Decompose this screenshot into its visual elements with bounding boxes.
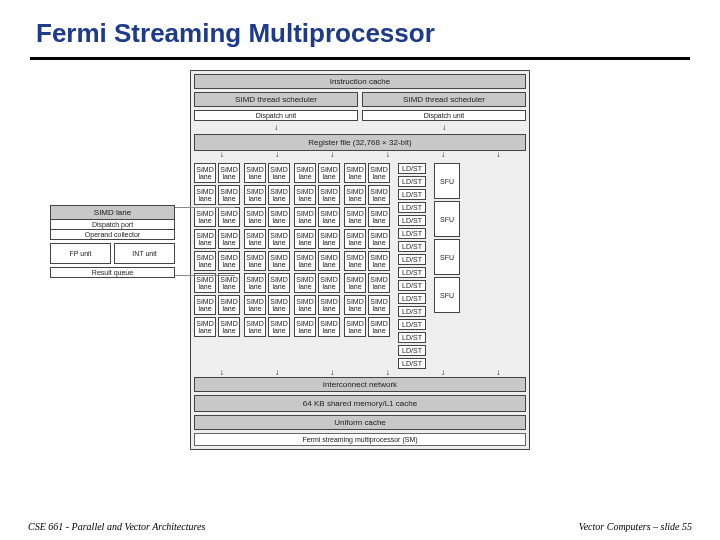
simd-lane: SIMD lane [268,295,290,315]
simd-lane: SIMD lane [194,251,216,271]
footer-right: Vector Computers – slide 55 [579,521,692,532]
ldst-unit: LD/ST [398,358,426,369]
slide-footer: CSE 661 - Parallel and Vector Architectu… [0,521,720,532]
simd-lane: SIMD lane [344,185,366,205]
lane-group: SIMD laneSIMD laneSIMD laneSIMD laneSIMD… [194,163,240,369]
down-arrow-icon: ↓ [220,151,224,159]
simd-lane: SIMD lane [268,185,290,205]
simd-lane: SIMD lane [244,229,266,249]
down-arrow-icon: ↓ [330,369,334,377]
ldst-unit: LD/ST [398,267,426,278]
scheduler-row: SIMD thread scheduler Dispatch unit ↓ SI… [194,92,526,132]
simd-lane: SIMD lane [218,229,240,249]
simd-lane: SIMD lane [368,229,390,249]
leader-line [175,275,235,276]
lane-detail-result: Result queue [50,267,175,278]
lane-group: SIMD laneSIMD laneSIMD laneSIMD laneSIMD… [344,163,390,369]
ldst-unit: LD/ST [398,345,426,356]
interconnect-network: Interconnect network [194,377,526,392]
simd-lane: SIMD lane [218,207,240,227]
simd-lane: SIMD lane [268,251,290,271]
simd-lane: SIMD lane [194,163,216,183]
simd-lane: SIMD lane [368,185,390,205]
lane-detail-fp: FP unit [50,243,111,264]
simd-lane: SIMD lane [268,163,290,183]
simd-lane: SIMD lane [244,273,266,293]
simd-lane: SIMD lane [344,163,366,183]
ldst-unit: LD/ST [398,215,426,226]
down-arrow-icon: ↓ [194,124,358,132]
simd-lane: SIMD lane [218,273,240,293]
lane-group: SIMD laneSIMD laneSIMD laneSIMD laneSIMD… [244,163,290,369]
lane-detail-title: SIMD lane [50,205,175,219]
simd-lane: SIMD lane [344,295,366,315]
sfu-column: SFU SFU SFU SFU [434,163,460,369]
footer-left: CSE 661 - Parallel and Vector Architectu… [28,521,205,532]
down-arrow-icon: ↓ [441,151,445,159]
simd-lane: SIMD lane [244,207,266,227]
simd-lane: SIMD lane [218,295,240,315]
leader-line [175,207,235,208]
simd-lane: SIMD lane [368,251,390,271]
simd-lane: SIMD lane [368,317,390,337]
simd-lane: SIMD lane [318,295,340,315]
diagram-stage: SIMD lane Dispatch port Operand collecto… [0,70,720,450]
simd-lane: SIMD lane [368,295,390,315]
simd-lane: SIMD lane [318,163,340,183]
lane-detail-dispatch: Dispatch port [50,219,175,230]
sfu-unit: SFU [434,201,460,237]
simd-lane: SIMD lane [344,207,366,227]
simd-lane: SIMD lane [244,251,266,271]
lane-detail-opcol: Operand collector [50,230,175,240]
simd-lane: SIMD lane [268,207,290,227]
simd-thread-scheduler: SIMD thread scheduler [362,92,526,107]
shared-memory-l1: 64 KB shared memory/L1 cache [194,395,526,412]
ldst-unit: LD/ST [398,163,426,174]
simd-lane: SIMD lane [318,251,340,271]
down-arrow-icon: ↓ [220,369,224,377]
lane-detail: SIMD lane Dispatch port Operand collecto… [50,205,175,278]
simd-thread-scheduler: SIMD thread scheduler [194,92,358,107]
ldst-unit: LD/ST [398,293,426,304]
simd-lane: SIMD lane [218,317,240,337]
ldst-unit: LD/ST [398,280,426,291]
simd-lane: SIMD lane [294,317,316,337]
simd-lane: SIMD lane [318,317,340,337]
simd-lane: SIMD lane [268,273,290,293]
simd-lane: SIMD lane [318,207,340,227]
simd-lane: SIMD lane [318,229,340,249]
down-arrow-icon: ↓ [275,151,279,159]
down-arrow-icon: ↓ [362,124,526,132]
sfu-unit: SFU [434,239,460,275]
simd-lane: SIMD lane [244,185,266,205]
simd-lane: SIMD lane [244,317,266,337]
ldst-unit: LD/ST [398,332,426,343]
lane-detail-int: INT unit [114,243,175,264]
simd-lane: SIMD lane [294,207,316,227]
down-arrow-icon: ↓ [496,151,500,159]
simd-lane: SIMD lane [194,207,216,227]
simd-lane: SIMD lane [318,273,340,293]
simd-lane: SIMD lane [294,273,316,293]
down-arrow-icon: ↓ [386,369,390,377]
lane-group: SIMD laneSIMD laneSIMD laneSIMD laneSIMD… [294,163,340,369]
simd-lane: SIMD lane [194,295,216,315]
lanes-row: SIMD laneSIMD laneSIMD laneSIMD laneSIMD… [194,163,526,369]
simd-lane: SIMD lane [218,251,240,271]
simd-lane: SIMD lane [318,185,340,205]
simd-lane: SIMD lane [344,273,366,293]
title-rule [30,57,690,60]
simd-lane: SIMD lane [294,251,316,271]
ldst-unit: LD/ST [398,176,426,187]
ldst-unit: LD/ST [398,228,426,239]
simd-lane: SIMD lane [368,163,390,183]
simd-lane: SIMD lane [194,229,216,249]
simd-lane: SIMD lane [368,207,390,227]
uniform-cache: Uniform cache [194,415,526,430]
simd-lane: SIMD lane [194,185,216,205]
instruction-cache: Instruction cache [194,74,526,89]
simd-lane: SIMD lane [244,295,266,315]
ldst-unit: LD/ST [398,254,426,265]
simd-lane: SIMD lane [294,295,316,315]
simd-lane: SIMD lane [344,317,366,337]
